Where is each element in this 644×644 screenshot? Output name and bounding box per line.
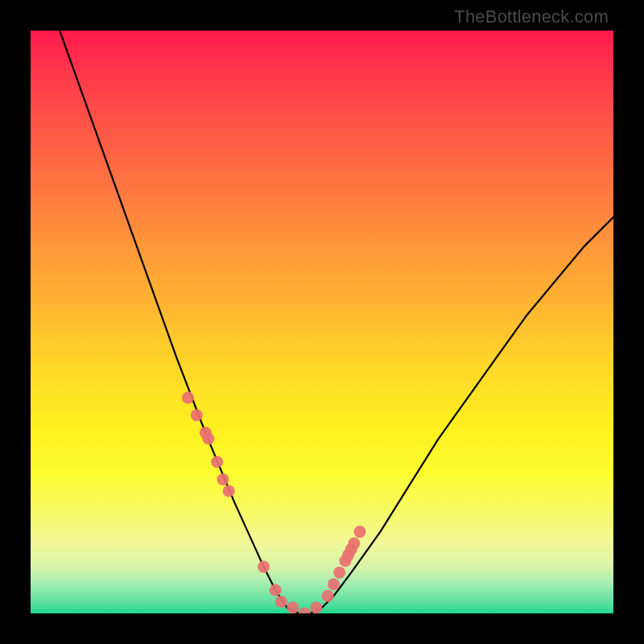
- data-marker: [299, 608, 311, 614]
- data-marker: [211, 456, 223, 468]
- watermark-text: TheBottleneck.com: [454, 6, 609, 27]
- data-marker: [223, 485, 235, 497]
- data-marker: [202, 432, 214, 444]
- data-marker: [333, 567, 345, 579]
- chart-plot-area: [31, 31, 613, 613]
- data-marker: [182, 392, 194, 404]
- data-markers: [182, 392, 366, 613]
- data-marker: [348, 538, 360, 550]
- data-marker: [287, 601, 299, 613]
- data-marker: [340, 555, 352, 567]
- data-marker: [310, 601, 322, 613]
- data-marker: [322, 590, 334, 602]
- data-marker: [191, 409, 203, 421]
- data-marker: [258, 561, 270, 573]
- data-marker: [270, 584, 282, 597]
- data-marker: [345, 543, 357, 555]
- data-marker: [328, 578, 340, 590]
- data-marker: [217, 473, 229, 485]
- data-marker: [354, 526, 366, 538]
- data-marker: [342, 549, 354, 561]
- bottleneck-chart: [31, 31, 613, 613]
- data-marker: [200, 427, 212, 439]
- curve-path: [60, 31, 613, 613]
- data-marker: [275, 596, 287, 608]
- curve-line: [60, 31, 613, 613]
